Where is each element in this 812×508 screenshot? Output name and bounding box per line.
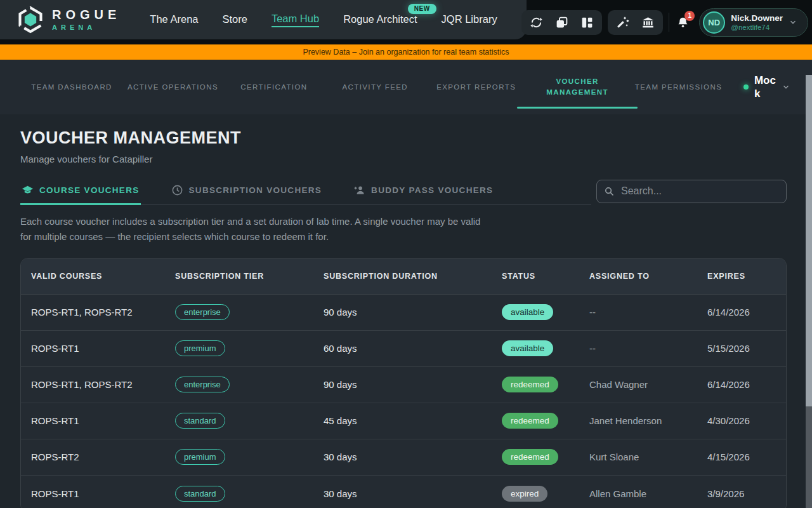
team-hub-nav: Team Dashboard Active Operations Certifi… [0, 60, 812, 114]
divider [669, 13, 669, 32]
primary-nav: The Arena Store Team Hub Rogue Architect… [150, 13, 497, 27]
status-badge: redeemed [502, 377, 558, 392]
status-badge: available [502, 304, 553, 320]
cell-courses: ROPS-RT1, ROPS-RT2 [31, 307, 175, 318]
hexagon-logo-icon [16, 6, 44, 34]
cell-assigned: -- [589, 307, 707, 318]
scrollbar-thumb[interactable] [806, 75, 812, 406]
table-row[interactable]: ROPS-RT1 standard 45 days redeemed Janet… [21, 403, 786, 439]
bank-icon[interactable] [641, 16, 655, 29]
table-row[interactable]: ROPS-RT1 standard 30 days expired Allen … [21, 476, 786, 508]
tab-buddy-pass-vouchers[interactable]: BUDDY PASS VOUCHERS [352, 177, 494, 205]
cell-assigned: Janet Henderson [589, 415, 707, 426]
tier-badge: premium [175, 340, 225, 356]
tier-badge: enterprise [175, 304, 230, 320]
magic-wand-icon[interactable] [616, 16, 629, 29]
cell-assigned: Chad Wagner [589, 379, 707, 390]
nav-team-hub[interactable]: Team Hub [272, 13, 319, 27]
notifications-button[interactable]: 1 [676, 16, 690, 29]
tab-voucher-management[interactable]: Voucher Management [527, 60, 627, 114]
cell-expires: 4/15/2026 [707, 451, 786, 462]
cell-assigned: Kurt Sloane [589, 451, 707, 462]
brand-logo[interactable]: ROGUE ARENA [16, 6, 121, 34]
col-assigned-to: Assigned To [589, 272, 707, 281]
nav-the-arena[interactable]: The Arena [150, 13, 198, 27]
cell-expires: 6/14/2026 [707, 379, 786, 390]
cell-expires: 6/14/2026 [707, 307, 786, 318]
clock-icon [171, 184, 183, 196]
cell-duration: 90 days [324, 307, 502, 318]
avatar: ND [703, 11, 725, 34]
voucher-management-page: VOUCHER MANAGEMENT Manage vouchers for C… [0, 114, 812, 508]
search-icon [604, 186, 615, 197]
user-menu[interactable]: ND Nick.Downer @nextlife74 [699, 8, 808, 37]
page-scrollbar[interactable] [806, 75, 812, 508]
online-status-dot [743, 84, 749, 90]
col-expires: Expires [707, 272, 786, 281]
tier-badge: standard [175, 486, 225, 502]
tab-activity-feed[interactable]: Activity Feed [325, 60, 425, 114]
cell-duration: 30 days [324, 488, 502, 499]
sync-icon[interactable] [530, 16, 543, 29]
top-bar-panel: ROGUE ARENA The Arena Store Team Hub Rog… [0, 0, 527, 39]
nav-rogue-architect[interactable]: Rogue Architect NEW [343, 13, 417, 27]
nav-jqr-library[interactable]: JQR Library [442, 13, 497, 27]
cell-courses: ROPS-RT1 [31, 488, 175, 499]
table-header-row: Valid Courses Subscription Tier Subscrip… [21, 258, 786, 295]
tab-subscription-vouchers[interactable]: SUBSCRIPTION VOUCHERS [170, 177, 324, 205]
cell-courses: ROPS-RT2 [31, 451, 175, 462]
status-badge: expired [502, 486, 547, 502]
chevron-down-icon [789, 18, 797, 27]
nav-store[interactable]: Store [222, 13, 247, 27]
table-row[interactable]: ROPS-RT2 premium 30 days redeemed Kurt S… [21, 439, 786, 476]
copy-folders-icon[interactable] [555, 16, 568, 29]
col-status: Status [502, 272, 589, 281]
tab-course-vouchers[interactable]: COURSE VOUCHERS [20, 177, 141, 205]
voucher-description: Each course voucher includes a subscript… [20, 214, 490, 245]
workspace-icon-group [521, 10, 602, 35]
tab-active-operations[interactable]: Active Operations [122, 60, 223, 114]
tier-badge: standard [175, 413, 225, 429]
org-selector-label: Mock [754, 74, 776, 101]
table-row[interactable]: ROPS-RT1, ROPS-RT2 enterprise 90 days av… [21, 295, 786, 331]
page-title: VOUCHER MANAGEMENT [20, 128, 812, 148]
status-badge: redeemed [502, 413, 558, 429]
cell-courses: ROPS-RT1, ROPS-RT2 [31, 379, 175, 390]
person-add-icon [353, 184, 365, 196]
tab-team-dashboard[interactable]: Team Dashboard [22, 60, 122, 114]
cell-duration: 90 days [324, 379, 502, 390]
user-name: Nick.Downer [731, 13, 783, 23]
layout-dashboard-icon[interactable] [580, 16, 594, 29]
user-handle: @nextlife74 [731, 23, 783, 31]
preview-data-banner: Preview Data – Join an organization for … [0, 44, 812, 60]
top-bar: ROGUE ARENA The Arena Store Team Hub Rog… [0, 0, 812, 44]
org-selector-dropdown[interactable]: Mock [730, 60, 790, 114]
page-subtitle: Manage vouchers for Catapiller [20, 154, 812, 164]
table-row[interactable]: ROPS-RT1 premium 60 days available -- 5/… [21, 331, 786, 367]
cell-expires: 3/9/2026 [707, 488, 786, 499]
cell-expires: 5/15/2026 [707, 343, 786, 354]
cell-duration: 45 days [324, 415, 502, 426]
voucher-table: Valid Courses Subscription Tier Subscrip… [20, 258, 787, 508]
chevron-down-icon [782, 83, 790, 91]
notification-count-badge: 1 [684, 11, 695, 21]
col-subscription-tier: Subscription Tier [175, 272, 324, 281]
tab-certification[interactable]: Certification [224, 60, 324, 114]
banner-text: Preview Data – Join an organization for … [303, 48, 509, 57]
cell-expires: 4/30/2026 [707, 415, 786, 426]
table-row[interactable]: ROPS-RT1, ROPS-RT2 enterprise 90 days re… [21, 367, 786, 403]
search-input[interactable] [596, 180, 787, 203]
brand-subtitle: ARENA [52, 23, 121, 31]
status-badge: redeemed [502, 449, 558, 465]
cell-assigned: -- [589, 343, 707, 354]
voucher-tabs-row: COURSE VOUCHERS SUBSCRIPTION VOUCHERS BU… [20, 177, 787, 205]
cell-assigned: Allen Gamble [589, 488, 707, 499]
voucher-tabs: COURSE VOUCHERS SUBSCRIPTION VOUCHERS BU… [20, 177, 591, 205]
brand-title: ROGUE [52, 8, 121, 22]
col-valid-courses: Valid Courses [31, 272, 175, 281]
cell-duration: 60 days [324, 343, 502, 354]
tab-export-reports[interactable]: Export Reports [426, 60, 527, 114]
tab-team-permissions[interactable]: Team Permissions [629, 60, 729, 114]
tier-badge: premium [175, 449, 225, 465]
tools-icon-group [608, 10, 663, 35]
